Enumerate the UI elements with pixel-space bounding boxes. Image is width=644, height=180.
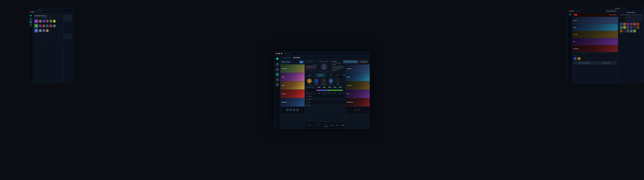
- sidebar-stats-icon[interactable]: [276, 78, 279, 81]
- clash-player-select-1[interactable]: Ronaldo: [625, 16, 642, 19]
- minimize-btn[interactable]: ─: [363, 53, 364, 54]
- mastery-value: –: [317, 126, 320, 127]
- gs-label-split: Split: [320, 71, 321, 72]
- main-dot-yellow: [278, 53, 280, 54]
- tier-champ-5: [53, 20, 56, 23]
- sidebar-icon-3: [30, 24, 32, 26]
- rd-champ-lucian: Lucian: [572, 17, 618, 24]
- tab-classic-suggestion[interactable]: Classic Suggestion: [305, 73, 315, 77]
- game-mode-sep: |: [292, 57, 292, 58]
- legend-nerfed-label: Nerfed: [338, 125, 341, 126]
- rd-renekton-name: Renekton: [573, 48, 578, 49]
- blue-champ-1-name: Wukong: [282, 68, 287, 69]
- clash-champ-2: [623, 23, 626, 26]
- gamestyle-svg: [320, 63, 328, 70]
- rd-nami-name: Nami: [573, 27, 576, 28]
- sidebar-icon-1: [30, 18, 32, 20]
- clash-screen-label-1: Screen Ready: [620, 33, 625, 34]
- tier-b-section: B: [34, 29, 62, 33]
- clash-player-select-2[interactable]: —: [625, 19, 642, 22]
- red-detail-content: Red Team Lucian Nami Lee Sin Vex: [572, 13, 618, 83]
- tier-champ-2: [42, 20, 45, 23]
- pregame-guide-button[interactable]: Go to Pre-Game Guide: [343, 60, 358, 63]
- blind-sylas: ✓: [338, 105, 343, 106]
- tab-automated-suggestion[interactable]: Automated Suggestion: [315, 73, 326, 77]
- sug-champ-sylas-avatar: [336, 78, 340, 83]
- syn-trundle: –: [322, 102, 327, 103]
- score-irelia: 52%: [332, 86, 338, 88]
- red-champ-4[interactable]: Vex: [346, 90, 370, 98]
- blue-icon-4: [296, 109, 299, 111]
- syn-morde: –: [327, 102, 332, 103]
- counter-invade-invade-button[interactable]: Counter Invade & Invade: [574, 61, 595, 65]
- red-team-detail-window: Patch 13.23 Back to Draft Page Red Team …: [568, 9, 618, 83]
- rd-vex-name: Vex: [573, 41, 575, 42]
- blue-champ-5[interactable]: Nautilus: [280, 98, 304, 107]
- blue-champ-2[interactable]: Ahri: [280, 73, 304, 81]
- game-mode-value: Simulator: [293, 57, 300, 58]
- blue-champ-1[interactable]: Wukong: [280, 64, 304, 73]
- tier-list-logo: [30, 15, 32, 17]
- system-value: Loading: [324, 126, 328, 127]
- sug-champ-trundle[interactable]: Trundle: [314, 78, 319, 85]
- score-trundle: 55%: [322, 86, 327, 88]
- blue-icon-3: [293, 109, 296, 111]
- rd-ally-enemy-row: Ally Enemy: [572, 52, 618, 54]
- sug-champ-sylas[interactable]: Sylas: [336, 78, 340, 85]
- flex-sylas-icon: ✦: [340, 92, 341, 94]
- rd-invade-champs: [574, 57, 616, 60]
- blue-icon-1: [286, 109, 289, 111]
- rd-flag: [574, 14, 577, 16]
- rd-team-label: Red Team: [610, 14, 616, 16]
- rd-champ-nami: Nami: [572, 24, 618, 31]
- sidebar-champ-icon[interactable]: [276, 68, 279, 71]
- back-to-draft-button[interactable]: Back to Draft Page: [606, 10, 616, 12]
- red-champ-5[interactable]: Renekton: [346, 98, 370, 107]
- maximize-btn[interactable]: □: [365, 53, 366, 54]
- sidebar-home-icon[interactable]: [276, 63, 279, 66]
- tier-b-champ-2: [42, 29, 45, 32]
- warning-bullet-1: ›: [332, 63, 332, 64]
- tier-a-champ-3: [46, 24, 49, 27]
- syn-irelia: –: [332, 102, 338, 103]
- switch-side-button[interactable]: Switch-side: [359, 60, 368, 63]
- blue-champ-3[interactable]: Gnar: [280, 81, 304, 90]
- sug-champ-mordekaiser[interactable]: Mordekaiser: [321, 78, 326, 85]
- red-champ-3-name: Lee Sin: [347, 85, 352, 86]
- blue-champ-4[interactable]: Samira: [280, 90, 304, 98]
- rd-enemy-label: Enemy: [604, 53, 607, 54]
- champion-pool-toggle[interactable]: [343, 74, 345, 76]
- red-champ-2[interactable]: Nami: [346, 73, 370, 81]
- top-buttons: Go to Pre-Game Guide Switch-side: [343, 60, 368, 63]
- warning-bullet-2: ›: [332, 66, 332, 67]
- flex-kayle-icon: ✦: [318, 92, 320, 94]
- flex-morde: ✦: [327, 92, 332, 94]
- sidebar-sim-icon[interactable]: [276, 73, 279, 76]
- sug-champ-irelia[interactable]: Irelia: [328, 78, 333, 85]
- clash-title: Clash Team: [620, 12, 642, 13]
- tier-list-content: Flexible Tier List Edit your tier list a…: [33, 14, 64, 82]
- red-champ-1[interactable]: Lucian: [346, 64, 370, 73]
- tab-my-sense[interactable]: My Sense Comp.: [326, 73, 336, 77]
- score-kayle: 69%: [316, 86, 322, 88]
- rd-champ-renekton: Renekton: [572, 45, 618, 52]
- gs-label-protect: Protect: [326, 71, 328, 72]
- clash-dot-green: [619, 8, 620, 9]
- clash-screen-labels: Screen Ready Screen Ready: [620, 33, 642, 34]
- rd-renekton-img: [572, 45, 618, 52]
- tier-list-titlebar: Patch 13.23: [29, 10, 64, 14]
- tier-a-section: A: [34, 24, 62, 28]
- sug-champ-kayle[interactable]: Kayle: [307, 78, 312, 85]
- tier-list-window: Patch 13.23 Flexible Tier List Edit your…: [28, 10, 64, 82]
- close-btn[interactable]: ✕: [367, 53, 368, 54]
- clash-champ-15: [626, 29, 630, 33]
- blind-trundle: ✓: [322, 105, 327, 106]
- good-trundle: –: [322, 96, 327, 97]
- tier-list-version: Patch 13.23: [36, 11, 42, 13]
- counter-invade-button[interactable]: Counter Invade: [595, 61, 616, 65]
- bad-sylas: –: [338, 99, 343, 100]
- red-champ-3[interactable]: Lee Sin: [346, 81, 370, 90]
- analysis-top: Team Scaling Early: [305, 60, 345, 73]
- sidebar-team-icon[interactable]: [276, 83, 279, 86]
- gamestyle-radar: [320, 63, 328, 70]
